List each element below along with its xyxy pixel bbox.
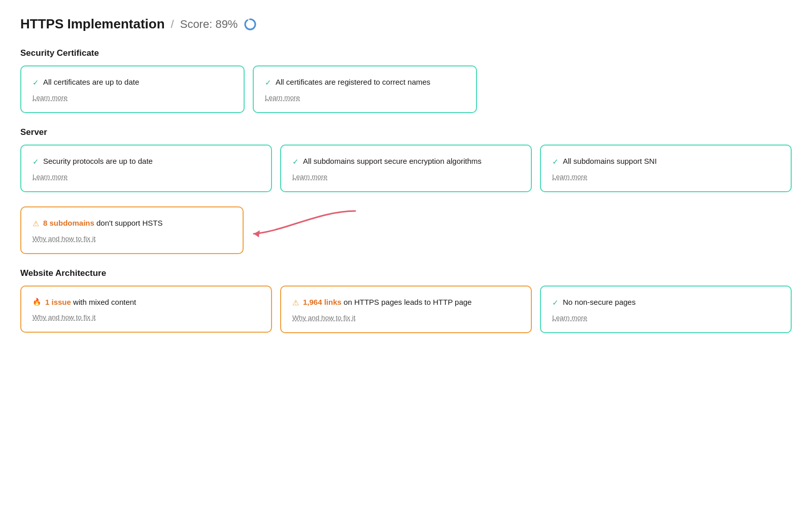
card-wrapper-hsts-card: ⚠8 subdomains don't support HSTSWhy and … — [20, 206, 244, 254]
card-link-subdomains-sni[interactable]: Learn more — [552, 173, 587, 181]
card-http-links: ⚠1,964 links on HTTPS pages leads to HTT… — [280, 286, 532, 333]
card-text-protocols-up-to-date: Security protocols are up to date — [43, 156, 153, 166]
section-server: Server✓Security protocols are up to date… — [20, 127, 792, 192]
fire-icon: 🔥 — [32, 297, 41, 307]
card-text-mixed-content: 1 issue with mixed content — [45, 297, 136, 307]
card-subdomains-sni: ✓All subdomains support SNILearn more — [540, 145, 792, 192]
section-website-architecture: Website Architecture🔥1 issue with mixed … — [20, 268, 792, 333]
section-title-website-architecture: Website Architecture — [20, 268, 792, 278]
score-text: Score: 89% — [180, 18, 238, 31]
card-wrapper-cert-up-to-date: ✓All certificates are up to dateLearn mo… — [20, 65, 245, 113]
card-text-http-links: 1,964 links on HTTPS pages leads to HTTP… — [303, 297, 471, 307]
score-progress-icon — [244, 18, 257, 31]
card-wrapper-http-links: ⚠1,964 links on HTTPS pages leads to HTT… — [280, 286, 532, 333]
check-icon: ✓ — [552, 156, 559, 167]
card-mixed-content: 🔥1 issue with mixed contentWhy and how t… — [20, 286, 272, 333]
page-title: HTTPS Implementation — [20, 16, 165, 32]
card-highlight-hsts-card[interactable]: 8 subdomains — [43, 219, 94, 227]
card-wrapper-subdomains-sni: ✓All subdomains support SNILearn more — [540, 145, 792, 192]
card-title-cert-registered: ✓All certificates are registered to corr… — [265, 77, 465, 88]
card-wrapper-protocols-up-to-date: ✓Security protocols are up to dateLearn … — [20, 145, 272, 192]
card-wrapper-subdomains-encryption: ✓All subdomains support secure encryptio… — [280, 145, 532, 192]
card-title-cert-up-to-date: ✓All certificates are up to date — [32, 77, 232, 88]
card-hsts-card: ⚠8 subdomains don't support HSTSWhy and … — [20, 206, 244, 254]
check-icon: ✓ — [265, 77, 272, 88]
card-title-http-links: ⚠1,964 links on HTTPS pages leads to HTT… — [292, 297, 520, 308]
card-title-no-nonsecure: ✓No non-secure pages — [552, 297, 780, 308]
card-title-protocols-up-to-date: ✓Security protocols are up to date — [32, 156, 260, 167]
arrow-annotation — [244, 206, 355, 246]
card-highlight-http-links[interactable]: 1,964 links — [303, 298, 342, 306]
svg-marker-2 — [254, 230, 260, 237]
card-link-mixed-content[interactable]: Why and how to fix it — [32, 313, 96, 321]
section-title-server: Server — [20, 127, 792, 137]
card-cert-up-to-date: ✓All certificates are up to dateLearn mo… — [20, 65, 245, 113]
check-icon: ✓ — [32, 77, 39, 88]
card-text-cert-registered: All certificates are registered to corre… — [276, 77, 430, 87]
warning-icon: ⚠ — [32, 218, 39, 229]
section-hsts-warning: ⚠8 subdomains don't support HSTSWhy and … — [20, 206, 792, 254]
page-header: HTTPS Implementation / Score: 89% — [20, 16, 792, 32]
card-link-hsts-card[interactable]: Why and how to fix it — [32, 235, 96, 242]
card-link-http-links[interactable]: Why and how to fix it — [292, 314, 356, 322]
card-text-no-nonsecure: No non-secure pages — [563, 297, 635, 307]
card-protocols-up-to-date: ✓Security protocols are up to dateLearn … — [20, 145, 272, 192]
check-icon: ✓ — [552, 297, 559, 308]
check-icon: ✓ — [292, 156, 299, 167]
section-title-security-certificate: Security Certificate — [20, 48, 792, 58]
card-text-subdomains-sni: All subdomains support SNI — [563, 156, 657, 166]
card-wrapper-no-nonsecure: ✓No non-secure pagesLearn more — [540, 286, 792, 333]
card-subdomains-encryption: ✓All subdomains support secure encryptio… — [280, 145, 532, 192]
card-link-subdomains-encryption[interactable]: Learn more — [292, 173, 327, 181]
card-title-hsts-card: ⚠8 subdomains don't support HSTS — [32, 218, 231, 229]
score-separator: / — [171, 18, 174, 31]
card-no-nonsecure: ✓No non-secure pagesLearn more — [540, 286, 792, 333]
card-text-subdomains-encryption: All subdomains support secure encryption… — [303, 156, 482, 166]
card-wrapper-cert-registered: ✓All certificates are registered to corr… — [253, 65, 477, 113]
card-link-cert-up-to-date[interactable]: Learn more — [32, 94, 67, 101]
section-security-certificate: Security Certificate✓All certificates ar… — [20, 48, 792, 113]
card-link-protocols-up-to-date[interactable]: Learn more — [32, 173, 67, 181]
card-link-cert-registered[interactable]: Learn more — [265, 94, 300, 101]
card-title-subdomains-sni: ✓All subdomains support SNI — [552, 156, 780, 167]
card-text-hsts-card: 8 subdomains don't support HSTS — [43, 218, 162, 228]
check-icon: ✓ — [32, 156, 39, 167]
card-highlight-mixed-content[interactable]: 1 issue — [45, 298, 71, 306]
card-link-no-nonsecure[interactable]: Learn more — [552, 314, 587, 322]
card-title-mixed-content: 🔥1 issue with mixed content — [32, 297, 260, 307]
card-text-cert-up-to-date: All certificates are up to date — [43, 77, 139, 87]
svg-point-1 — [245, 19, 255, 29]
card-title-subdomains-encryption: ✓All subdomains support secure encryptio… — [292, 156, 520, 167]
card-cert-registered: ✓All certificates are registered to corr… — [253, 65, 477, 113]
card-wrapper-mixed-content: 🔥1 issue with mixed contentWhy and how t… — [20, 286, 272, 333]
warning-icon: ⚠ — [292, 297, 299, 308]
sections-container: Security Certificate✓All certificates ar… — [20, 48, 792, 333]
